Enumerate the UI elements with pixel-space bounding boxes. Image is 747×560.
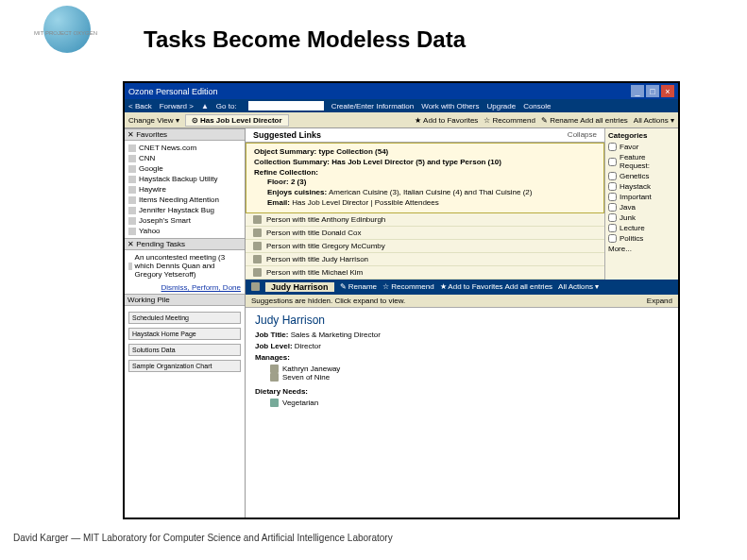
recommend-button[interactable]: ☆ Recommend — [484, 116, 535, 125]
add-favorites-button[interactable]: ★ Add to Favorites Add all entries — [440, 282, 553, 291]
category-item[interactable]: Feature Request: — [608, 152, 675, 171]
upgrade-link[interactable]: Upgrade — [486, 102, 516, 110]
favorites-header[interactable]: ✕ Favorites — [125, 128, 245, 141]
person-icon — [253, 242, 262, 250]
dietary-value: Vegetarian — [270, 399, 669, 407]
suggestions-hidden-bar: Suggestions are hidden. Click expand to … — [246, 295, 678, 308]
expand-link[interactable]: Expand — [647, 297, 672, 305]
category-item[interactable]: Politics — [608, 233, 675, 244]
person-icon — [270, 373, 279, 382]
pending-header[interactable]: ✕ Pending Tasks — [125, 238, 245, 250]
main-content: Suggested Links Collapse Object Summary:… — [246, 128, 678, 518]
collection-title: ⊙ Has Job Level Director — [185, 114, 289, 127]
task-actions-link[interactable]: Dismiss, Perform, Done — [125, 281, 245, 294]
pending-list: An uncontested meeting (3 which Dennis Q… — [125, 250, 245, 281]
category-item[interactable]: Haystack — [608, 181, 675, 192]
create-link[interactable]: Create/Enter Information — [331, 102, 415, 110]
task-icon — [128, 263, 132, 270]
category-item[interactable]: Important — [608, 192, 675, 202]
person-icon — [253, 255, 262, 263]
console-link[interactable]: Console — [523, 102, 551, 110]
work-link[interactable]: Work with Others — [421, 102, 479, 110]
collapse-link[interactable]: Collapse — [568, 130, 597, 140]
maximize-button[interactable]: □ — [646, 85, 659, 97]
working-pile-header[interactable]: Working Pile — [125, 294, 245, 306]
change-view-dropdown[interactable]: Change View ▾ — [128, 116, 179, 125]
favorite-item[interactable]: Haywire — [128, 184, 241, 195]
person-icon — [253, 215, 262, 224]
suggested-links-header: Suggested Links Collapse — [246, 128, 604, 143]
person-icon — [251, 282, 260, 291]
category-item[interactable]: Genetics — [608, 171, 675, 181]
footer-attribution: David Karger — MIT Laboratory for Comput… — [13, 533, 393, 543]
site-icon — [128, 186, 136, 194]
person-toolbar: Judy Harrison ✎ Rename ☆ Recommend ★ Add… — [246, 280, 678, 295]
categories-header: Categories — [608, 131, 675, 142]
favorite-item[interactable]: CNET News.com — [128, 143, 241, 153]
all-actions-dropdown[interactable]: All Actions ▾ — [558, 282, 599, 291]
rename-button[interactable]: ✎ Rename — [340, 282, 377, 291]
favorite-item[interactable]: Google — [128, 163, 241, 174]
site-icon — [128, 196, 136, 204]
working-item[interactable]: Haystack Home Page — [128, 328, 241, 340]
window-title: Ozone Personal Edition — [128, 87, 218, 96]
category-item[interactable]: Lecture — [608, 223, 675, 233]
person-icon — [253, 229, 262, 237]
minimize-button[interactable]: _ — [631, 85, 644, 97]
all-actions-dropdown[interactable]: All Actions ▾ — [634, 116, 674, 125]
person-icon — [270, 365, 279, 373]
category-item[interactable]: Java — [608, 202, 675, 212]
site-icon — [128, 207, 136, 214]
goto-input[interactable] — [248, 101, 324, 110]
site-icon — [128, 155, 136, 162]
person-row[interactable]: Person with title Judy Harrison — [246, 253, 604, 266]
site-icon — [128, 144, 136, 152]
person-detail: Judy Harrison Job Title: Sales & Marketi… — [246, 308, 678, 518]
person-row[interactable]: Person with title Michael Kim — [246, 266, 604, 280]
window-titlebar[interactable]: Ozone Personal Edition _ □ × — [125, 83, 678, 99]
recommend-button[interactable]: ☆ Recommend — [382, 282, 434, 291]
category-item[interactable]: Junk — [608, 212, 675, 223]
close-button[interactable]: × — [661, 85, 674, 97]
goto-label: Go to: — [216, 102, 237, 110]
favorite-item[interactable]: Items Needing Attention — [128, 195, 241, 205]
pending-task[interactable]: An uncontested meeting (3 which Dennis Q… — [128, 252, 241, 280]
site-icon — [128, 176, 136, 183]
category-item[interactable]: Favor — [608, 142, 675, 152]
app-window: Ozone Personal Edition _ □ × < Back Forw… — [123, 81, 680, 519]
favorite-item[interactable]: Joseph's Smart — [128, 215, 241, 226]
refine-box: Object Summary: type Collection (54) Col… — [246, 143, 604, 213]
person-icon — [253, 268, 262, 277]
rename-button[interactable]: ✎ Rename Add all entries — [541, 116, 628, 125]
sidebar: ✕ Favorites CNET News.com CNN Google Hay… — [125, 128, 246, 518]
favorite-item[interactable]: Haystack Backup Utility — [128, 174, 241, 184]
person-row[interactable]: Person with title Gregory McCumby — [246, 240, 604, 253]
manages-person[interactable]: Kathryn Janeway — [270, 365, 669, 373]
slide-title: Tasks Become Modeless Data — [144, 26, 466, 53]
working-pile: Scheduled Meeting Haystack Home Page Sol… — [125, 306, 245, 518]
favorite-item[interactable]: CNN — [128, 153, 241, 163]
person-row[interactable]: Person with title Donald Cox — [246, 227, 604, 240]
nav-toolbar: < Back Forward > ▲ Go to: Create/Enter I… — [125, 99, 678, 112]
working-item[interactable]: Sample Organization Chart — [128, 360, 241, 372]
site-icon — [128, 165, 136, 173]
manages-person[interactable]: Seven of Nine — [270, 373, 669, 382]
add-favorites-button[interactable]: ★ Add to Favorites — [415, 116, 478, 125]
favorite-item[interactable]: Yahoo — [128, 226, 241, 236]
site-icon — [128, 217, 136, 225]
working-item[interactable]: Scheduled Meeting — [128, 312, 241, 324]
favorites-list: CNET News.com CNN Google Haystack Backup… — [125, 141, 245, 238]
person-list: Person with title Anthony Edinburgh Pers… — [246, 213, 604, 280]
oxygen-logo: MIT PROJECT OXYGEN — [8, 4, 102, 60]
director-toolbar: Change View ▾ ⊙ Has Job Level Director ★… — [125, 112, 678, 128]
person-name-pill: Judy Harrison — [265, 282, 334, 292]
person-row[interactable]: Person with title Anthony Edinburgh — [246, 213, 604, 227]
category-more[interactable]: More... — [608, 244, 675, 254]
person-heading: Judy Harrison — [255, 314, 669, 327]
leaf-icon — [270, 399, 279, 407]
forward-button[interactable]: Forward > — [160, 102, 194, 110]
categories-panel: Categories Favor Feature Request: Geneti… — [604, 128, 678, 280]
back-button[interactable]: < Back — [128, 102, 152, 110]
working-item[interactable]: Solutions Data — [128, 344, 241, 356]
favorite-item[interactable]: Jennifer Haystack Bug — [128, 205, 241, 215]
